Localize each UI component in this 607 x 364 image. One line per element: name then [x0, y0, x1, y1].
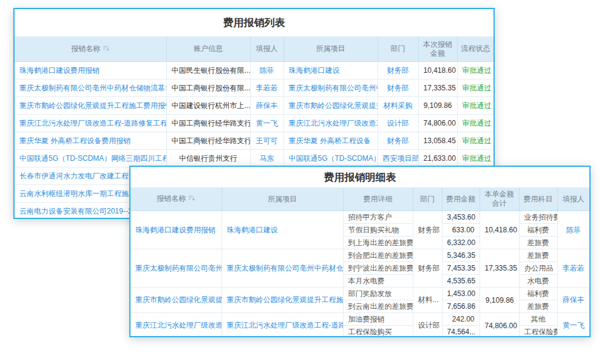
expense-amount-cell: 242.00 — [442, 313, 480, 326]
filler-link[interactable]: 薛保丰 — [563, 295, 585, 304]
status-cell: 审批通过 — [457, 132, 493, 150]
sort-icon[interactable] — [103, 45, 109, 54]
expense-item-cell: 招待甲方客户 — [343, 211, 413, 224]
category-cell: 福利费 — [519, 224, 557, 237]
project-cell: 重庆市鹅岭公园绿化景观提升工程施工 — [222, 288, 343, 313]
reimbursement-name-link[interactable]: 重庆太极制药有限公司亳州中药材 — [135, 264, 222, 272]
filler-cell: 陈菲 — [250, 62, 283, 79]
project-link[interactable]: 重庆江北污水处理厂级改造工程-道路修复工 — [227, 321, 344, 329]
filler-link[interactable]: 陈菲 — [566, 226, 581, 234]
expense-amount-cell: 633.00 — [442, 224, 480, 237]
table-row: 重庆太极制药有限公司亳州中药材仓储物流基地项... 中国工商银行股份有限... … — [15, 79, 493, 97]
detail-col-header-name-label: 报销名称 — [157, 194, 186, 203]
dept-cell: 材料... — [413, 288, 442, 313]
expense-item-cell: 到云南出差的差旅费 — [343, 300, 413, 313]
filler-link[interactable]: 陈菲 — [260, 66, 274, 75]
dept-link[interactable]: 财务部 — [387, 66, 409, 75]
status-cell: 审批通过 — [457, 62, 493, 79]
amount-cell: 10,418.60 — [418, 62, 457, 79]
account-cell: 中国建设银行杭州市上... — [166, 97, 250, 115]
project-link[interactable]: 重庆江北污水处理厂级改造工... — [289, 119, 378, 127]
dept-cell: 材料采购 — [378, 97, 418, 115]
reimbursement-name-link[interactable]: 重庆江北污水处理厂级改造工程-道路修复工程费用... — [19, 119, 166, 127]
name-cell: 重庆太极制药有限公司亳州中药材 — [131, 249, 222, 288]
reimbursement-name-link[interactable]: 珠海鹤港口建设费用报销 — [135, 226, 215, 234]
reimbursement-name-link[interactable]: 重庆华夏 外高桥工程设备费用报销 — [19, 136, 131, 145]
project-link[interactable]: 中国联通5G（TD-SCDMA）网... — [289, 154, 378, 163]
dept-cell: 设计部 — [378, 115, 418, 132]
project-link[interactable]: 重庆市鹅岭公园绿化景观提升... — [289, 101, 378, 110]
expense-item-cell: 到宁波出差的差旅费 — [343, 262, 413, 275]
account-cell: 中国民生银行股份有限... — [166, 62, 250, 79]
expense-item-cell: 加油费报销 — [343, 313, 413, 326]
detail-col-header-name[interactable]: 报销名称 — [131, 187, 222, 211]
project-link[interactable]: 重庆太极制药有限公司亳州中... — [289, 84, 378, 92]
detail-col-header-detail: 费用详细 — [343, 187, 413, 211]
amount-cell: 17,335.35 — [418, 79, 457, 97]
project-link[interactable]: 重庆太极制药有限公司亳州中药材仓储物流 — [227, 264, 344, 272]
project-link[interactable]: 珠海鹤港口建设 — [227, 226, 278, 234]
name-cell: 重庆江北污水处理厂级改造工程-道路修复工程费用... — [15, 115, 166, 132]
reimbursement-name-link[interactable]: 重庆太极制药有限公司亳州中药材仓储物流基地项... — [19, 84, 166, 92]
table-row: 中国联通5G（TD-SCDMA）网络三期四川工程费... 中信银行贵州支行 马东… — [15, 150, 493, 167]
expense-item-cell: 到合肥出差的差旅费 — [343, 249, 413, 262]
expense-item-cell: 部门奖励发放 — [343, 288, 413, 300]
table-row: 重庆市鹅岭公园绿化景观提升工 重庆市鹅岭公园绿化景观提升工程施工 部门奖励发放 … — [131, 288, 589, 300]
expense-detail-table: 报销名称 所属项目 费用详细 部门 费用金额 本单金额合计 费用科目 填报人 珠… — [131, 187, 589, 337]
filler-cell: 薛保丰 — [557, 288, 589, 313]
status-badge: 审批通过 — [463, 66, 492, 75]
filler-link[interactable]: 黄一飞 — [563, 321, 585, 329]
amount-cell: 9,109.86 — [418, 97, 457, 115]
filler-cell: 黄一飞 — [557, 313, 589, 338]
project-link[interactable]: 重庆市鹅岭公园绿化景观提升工程施工 — [227, 295, 344, 304]
dept-link[interactable]: 西安项目部 — [383, 154, 419, 163]
reimbursement-name-link[interactable]: 珠海鹤港口建设费用报销 — [19, 66, 100, 75]
dept-link[interactable]: 设计部 — [387, 119, 409, 127]
expense-item-cell: 节假日购买礼物 — [343, 224, 413, 237]
dept-cell: 设计部 — [413, 313, 442, 338]
project-link[interactable]: 珠海鹤港口建设 — [289, 66, 340, 75]
reimbursement-name-link[interactable]: 重庆市鹅岭公园绿化景观提升工程施工费用报销 — [19, 101, 166, 110]
expense-amount-cell: 4,535.65 — [442, 275, 480, 288]
dept-link[interactable]: 财务部 — [387, 84, 409, 92]
account-cell: 中国工商银行经华路支行 — [166, 115, 250, 132]
detail-col-header-category: 费用科目 — [519, 187, 557, 211]
amount-cell: 74,806.00 — [418, 115, 457, 132]
sort-icon[interactable] — [188, 195, 195, 204]
name-cell: 重庆市鹅岭公园绿化景观提升工 — [131, 288, 222, 313]
filler-link[interactable]: 李若若 — [256, 84, 278, 92]
filler-cell: 陈菲 — [557, 211, 589, 249]
expense-amount-cell: 6,332.00 — [442, 237, 480, 249]
filler-link[interactable]: 李若若 — [563, 264, 585, 272]
name-cell: 重庆江北污水处理厂级改造工程- — [131, 313, 222, 338]
filler-link[interactable]: 马东 — [260, 154, 274, 163]
category-cell: 福利费 — [519, 288, 557, 300]
list-col-header-project: 所属项目 — [283, 36, 378, 62]
filler-cell: 李若若 — [557, 249, 589, 288]
name-cell: 重庆市鹅岭公园绿化景观提升工程施工费用报销 — [15, 97, 166, 115]
category-cell: 差旅费 — [519, 249, 557, 262]
filler-link[interactable]: 黄一飞 — [256, 119, 278, 127]
total-amount-cell: 10,418.60 — [480, 211, 519, 249]
reimbursement-name-link[interactable]: 中国联通5G（TD-SCDMA）网络三期四川工程费... — [19, 154, 166, 163]
project-cell: 重庆市鹅岭公园绿化景观提升... — [283, 97, 378, 115]
list-col-header-filler: 填报人 — [250, 36, 283, 62]
table-row: 重庆江北污水处理厂级改造工程-道路修复工程费用... 中国工商银行经华路支行 黄… — [15, 115, 493, 132]
category-cell: 差旅费 — [519, 237, 557, 249]
list-col-header-account: 账户信息 — [166, 36, 250, 62]
filler-link[interactable]: 薛保丰 — [256, 101, 278, 110]
project-cell: 珠海鹤港口建设 — [283, 62, 378, 79]
expense-amount-cell: 7,453.35 — [442, 262, 480, 275]
project-link[interactable]: 重庆华夏 外高桥工程设备 — [289, 136, 371, 145]
dept-link[interactable]: 材料采购 — [384, 101, 413, 110]
table-row: 重庆江北污水处理厂级改造工程- 重庆江北污水处理厂级改造工程-道路修复工 加油费… — [131, 313, 589, 326]
filler-link[interactable]: 王可可 — [256, 136, 278, 145]
expense-amount-cell: 3,453.60 — [442, 211, 480, 224]
reimbursement-name-link[interactable]: 重庆市鹅岭公园绿化景观提升工 — [135, 295, 222, 304]
status-cell: 审批通过 — [457, 79, 493, 97]
dept-link[interactable]: 财务部 — [387, 136, 409, 145]
name-cell: 珠海鹤港口建设费用报销 — [15, 62, 166, 79]
category-cell: 工程保险费 — [519, 326, 557, 338]
list-col-header-name[interactable]: 报销名称 — [15, 36, 166, 62]
reimbursement-name-link[interactable]: 重庆江北污水处理厂级改造工程- — [135, 321, 222, 329]
